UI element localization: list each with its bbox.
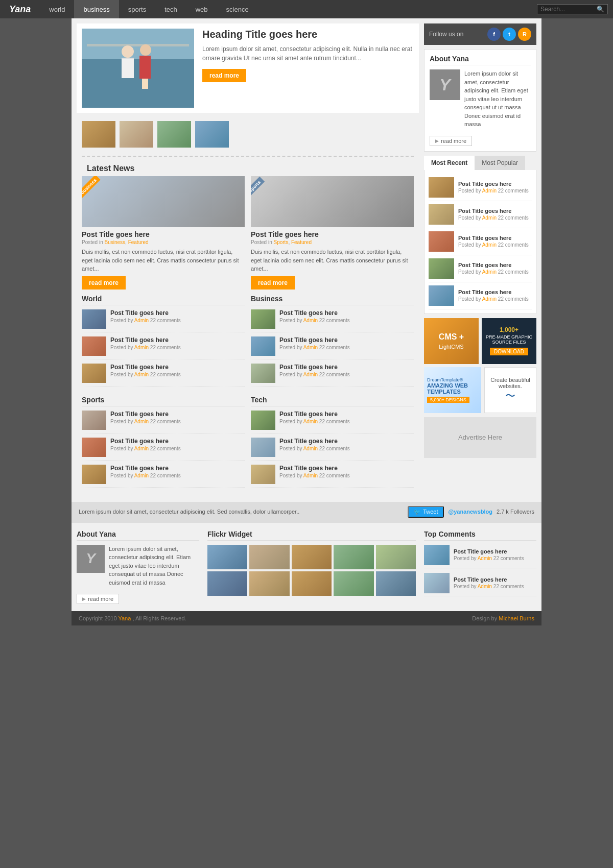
gfx-sub: PRE-MADE GRAPHIC SOURCE FILES	[485, 334, 533, 345]
tab-recent[interactable]: Most Recent	[424, 156, 475, 170]
comment-thumb-2	[424, 573, 450, 593]
nav-web[interactable]: web	[186, 0, 217, 18]
tech-thumb-2	[251, 438, 275, 457]
nav-science[interactable]: science	[217, 0, 258, 18]
hero-readmore-button[interactable]: read more	[202, 69, 246, 82]
advertise-box[interactable]: Advertise Here	[424, 417, 536, 458]
templates-sub: 5,000+ DESIGNS	[427, 397, 469, 403]
world-info-2: Post Title goes here Posted by Admin 22 …	[110, 336, 181, 350]
flickr-3[interactable]	[292, 545, 332, 569]
search-icon[interactable]: 🔍	[597, 6, 604, 13]
tab-popular[interactable]: Most Popular	[475, 156, 525, 170]
search-input[interactable]	[540, 6, 597, 13]
nav-business[interactable]: business	[74, 0, 119, 18]
cms-logo-text: CMS +	[439, 332, 464, 342]
thumbnail-strip	[77, 118, 419, 153]
comment-info-2: Post Title goes here Posted by Admin 22 …	[454, 576, 524, 589]
comment-thumb-1	[424, 545, 450, 565]
world-item-2: Post Title goes here Posted by Admin 22 …	[82, 336, 245, 359]
news-cat2-link[interactable]: Featured	[128, 239, 149, 245]
latest-news-section: Latest News business Post Title goes her…	[77, 160, 419, 290]
sports-item-3: Post Title goes here Posted by Admin 22 …	[82, 465, 245, 488]
sl-thumb-1	[429, 177, 454, 198]
about-readmore-button[interactable]: read more	[430, 136, 472, 146]
rss-button[interactable]: R	[518, 28, 531, 41]
search-box: 🔍	[537, 4, 608, 14]
flickr-5[interactable]	[376, 545, 416, 569]
thumb-1[interactable]	[82, 121, 115, 148]
designer-link[interactable]: Michael Burns	[499, 615, 534, 621]
twitter-button[interactable]: t	[503, 28, 516, 41]
news-img-2: sports	[251, 176, 414, 227]
world-thumb-2	[82, 336, 106, 356]
flickr-1[interactable]	[207, 545, 247, 569]
tweet-button[interactable]: 🐦 Tweet	[408, 506, 444, 518]
follow-bar: Follow us on f t R	[424, 23, 536, 45]
flickr-10[interactable]	[376, 571, 416, 596]
nav-world[interactable]: world	[40, 0, 74, 18]
tweet-bird-icon: 🐦	[414, 509, 421, 515]
nav-tech[interactable]: tech	[155, 0, 186, 18]
news-grid: business Post Title goes here Posted in …	[82, 176, 414, 290]
flickr-6[interactable]	[207, 571, 247, 596]
flickr-2[interactable]	[249, 545, 289, 569]
about-text: Lorem ipsum dolor sit amet, consectetur …	[464, 69, 531, 129]
tech-item-2: Post Title goes here Posted by Admin 22 …	[251, 438, 414, 461]
thumb-3[interactable]	[157, 121, 191, 148]
sidebar-post-2: Post Title goes here Posted by Admin 22 …	[429, 201, 532, 228]
ad-gfx[interactable]: 1,000+ PRE-MADE GRAPHIC SOURCE FILES DOW…	[482, 318, 536, 364]
flickr-4[interactable]	[334, 545, 373, 569]
nav-sports[interactable]: sports	[119, 0, 155, 18]
tabs-header: Most Recent Most Popular	[424, 156, 536, 170]
biz-thumb-1	[251, 309, 275, 329]
tabs-content: Post Title goes here Posted by Admin 22 …	[424, 170, 536, 314]
news-title-1: Post Title goes here	[82, 230, 245, 238]
facebook-button[interactable]: f	[487, 28, 501, 41]
thumb-4[interactable]	[195, 121, 229, 148]
sidebar-post-3: Post Title goes here Posted by Admin 22 …	[429, 228, 532, 255]
news-cat3-link[interactable]: Sports	[273, 239, 288, 245]
news-cat1-link[interactable]: Business	[104, 239, 125, 245]
bottom-bar: Copyright 2010 Yana , All Rights Reserve…	[72, 611, 541, 625]
flickr-8[interactable]	[292, 571, 332, 596]
ad-templates[interactable]: DreamTemplate® AMAZING WEB TEMPLATES 5,0…	[424, 367, 481, 413]
svg-rect-7	[139, 56, 151, 79]
svg-rect-4	[122, 58, 134, 78]
sports-thumb-3	[82, 465, 106, 484]
flickr-7[interactable]	[249, 571, 289, 596]
comments-title: Top Comments	[424, 530, 536, 541]
news-readmore-1[interactable]: read more	[82, 276, 126, 290]
ad-cms[interactable]: CMS + LightCMS	[424, 318, 479, 364]
tech-thumb-3	[251, 465, 275, 484]
thumb-2[interactable]	[120, 121, 153, 148]
news-img-1: business	[82, 176, 245, 227]
news-cat4-link[interactable]: Featured	[291, 239, 312, 245]
sl-info-3: Post Title goes here Posted by Admin 22 …	[458, 235, 529, 248]
flickr-9[interactable]	[334, 571, 373, 596]
news-meta-2: Posted in Sports, Featured	[251, 239, 414, 245]
world-business-section: World Post Title goes here Posted by Adm…	[77, 295, 419, 396]
ad-create[interactable]: Create beautiful websites. 〜	[484, 367, 536, 413]
footer-logo: Y	[77, 545, 105, 573]
news-card-2: sports Post Title goes here Posted in Sp…	[251, 176, 414, 290]
site-name-link[interactable]: Yana	[118, 615, 131, 621]
world-item-1: Post Title goes here Posted by Admin 22 …	[82, 309, 245, 332]
about-box: About Yana Y Lorem ipsum dolor sit amet,…	[424, 49, 536, 152]
nav-links: world business sports tech web science	[40, 0, 537, 18]
biz-item-1: Post Title goes here Posted by Admin 22 …	[251, 309, 414, 332]
tech-info-1: Post Title goes here Posted by Admin 22 …	[279, 411, 350, 424]
footer-section: About Yana Y Lorem ipsum dolor sit amet,…	[72, 522, 541, 612]
sports-tech-section: Sports Post Title goes here Posted by Ad…	[77, 396, 419, 497]
site-logo[interactable]: Yana	[0, 4, 40, 15]
latest-news-title: Latest News	[82, 160, 414, 176]
news-readmore-2[interactable]: read more	[251, 276, 295, 290]
news-meta-1: Posted in Business, Featured	[82, 239, 245, 245]
world-info-3: Post Title goes here Posted by Admin 22 …	[110, 364, 181, 377]
svg-point-6	[140, 44, 151, 56]
twitter-handle[interactable]: @yananewsblog	[448, 509, 492, 515]
social-icons: f t R	[487, 28, 531, 41]
biz-thumb-2	[251, 336, 275, 356]
biz-info-3: Post Title goes here Posted by Admin 22 …	[279, 364, 350, 377]
follow-label: Follow us on	[429, 31, 463, 38]
footer-readmore-button[interactable]: read more	[77, 594, 119, 604]
